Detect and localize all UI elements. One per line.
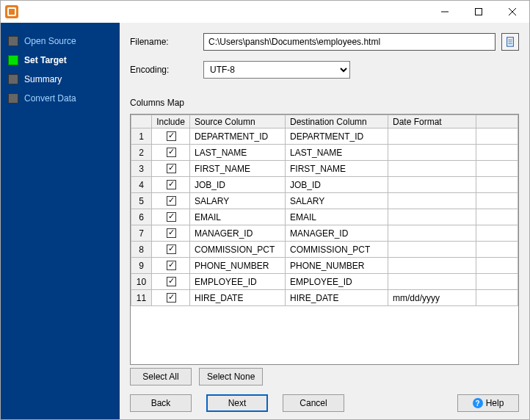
col-header-dest[interactable]: Destination Column (286, 115, 388, 128)
maximize-button[interactable] (462, 1, 495, 23)
cell-destination-column[interactable]: DEPARTMENT_ID (286, 128, 388, 145)
cell-date-format[interactable] (388, 128, 476, 145)
cell-date-format[interactable] (388, 242, 476, 258)
minimize-icon (441, 8, 449, 15)
col-header-include[interactable]: Include (152, 115, 190, 128)
cell-date-format[interactable] (388, 193, 476, 209)
table-row[interactable]: 1DEPARTMENT_IDDEPARTMENT_ID (131, 128, 518, 145)
minimize-button[interactable] (428, 1, 462, 23)
encoding-row: Encoding: UTF-8 (130, 61, 519, 79)
cell-source-column[interactable]: PHONE_NUMBER (190, 258, 286, 274)
cell-include (152, 128, 190, 145)
cell-extra (476, 161, 518, 177)
cell-source-column[interactable]: DEPARTMENT_ID (190, 128, 286, 145)
include-checkbox[interactable] (167, 245, 176, 254)
sidebar-item-summary[interactable]: Summary (1, 70, 120, 89)
close-button[interactable] (495, 1, 529, 23)
table-row[interactable]: 2LAST_NAMELAST_NAME (131, 145, 518, 161)
cell-destination-column[interactable]: JOB_ID (286, 177, 388, 193)
table-row[interactable]: 4JOB_IDJOB_ID (131, 177, 518, 193)
table-row[interactable]: 6EMAILEMAIL (131, 209, 518, 225)
table-row[interactable]: 7MANAGER_IDMANAGER_ID (131, 225, 518, 242)
cell-extra (476, 225, 518, 242)
cell-destination-column[interactable]: FIRST_NAME (286, 161, 388, 177)
cell-include (152, 209, 190, 225)
cell-source-column[interactable]: FIRST_NAME (190, 161, 286, 177)
row-number: 2 (131, 145, 152, 161)
table-row[interactable]: 5SALARYSALARY (131, 193, 518, 209)
cell-destination-column[interactable]: SALARY (286, 193, 388, 209)
cell-date-format[interactable] (388, 145, 476, 161)
include-checkbox[interactable] (167, 277, 176, 286)
close-icon (509, 8, 516, 15)
row-number: 11 (131, 290, 152, 306)
cell-date-format[interactable] (388, 225, 476, 242)
cancel-button[interactable]: Cancel (283, 394, 344, 412)
cell-source-column[interactable]: MANAGER_ID (190, 225, 286, 242)
select-all-button[interactable]: Select All (130, 368, 192, 385)
wizard-footer: Back Next Cancel ? Help (130, 394, 519, 412)
app-icon (5, 5, 18, 18)
cell-date-format[interactable] (388, 274, 476, 290)
body: Open SourceSet TargetSummaryConvert Data… (1, 23, 529, 419)
sidebar-item-set-target[interactable]: Set Target (1, 51, 120, 70)
columns-map-grid[interactable]: Include Source Column Destination Column… (130, 114, 519, 365)
help-button[interactable]: ? Help (457, 394, 519, 412)
include-checkbox[interactable] (167, 164, 176, 173)
cell-extra (476, 290, 518, 306)
table-row[interactable]: 3FIRST_NAMEFIRST_NAME (131, 161, 518, 177)
cell-source-column[interactable]: EMPLOYEE_ID (190, 274, 286, 290)
cell-extra (476, 209, 518, 225)
row-number: 9 (131, 258, 152, 274)
browse-button[interactable] (501, 33, 519, 51)
cell-date-format[interactable]: mm/dd/yyyy (388, 290, 476, 306)
include-checkbox[interactable] (167, 131, 176, 141)
table-row[interactable]: 9PHONE_NUMBERPHONE_NUMBER (131, 258, 518, 274)
cell-source-column[interactable]: SALARY (190, 193, 286, 209)
cell-source-column[interactable]: EMAIL (190, 209, 286, 225)
row-number: 8 (131, 242, 152, 258)
next-button[interactable]: Next (206, 394, 268, 412)
cell-destination-column[interactable]: PHONE_NUMBER (286, 258, 388, 274)
step-box-icon (8, 36, 18, 46)
table-row[interactable]: 8COMMISSION_PCTCOMMISSION_PCT (131, 242, 518, 258)
cell-destination-column[interactable]: COMMISSION_PCT (286, 242, 388, 258)
filename-input[interactable] (203, 33, 495, 51)
include-checkbox[interactable] (167, 180, 176, 189)
include-checkbox[interactable] (167, 196, 176, 206)
col-header-source[interactable]: Source Column (190, 115, 286, 128)
cell-date-format[interactable] (388, 209, 476, 225)
col-header-rownum[interactable] (131, 115, 152, 128)
select-none-button[interactable]: Select None (199, 368, 263, 385)
cell-date-format[interactable] (388, 161, 476, 177)
cell-source-column[interactable]: JOB_ID (190, 177, 286, 193)
cell-include (152, 145, 190, 161)
maximize-icon (475, 8, 482, 15)
cell-destination-column[interactable]: EMAIL (286, 209, 388, 225)
include-checkbox[interactable] (167, 212, 176, 222)
include-checkbox[interactable] (167, 261, 176, 270)
cell-destination-column[interactable]: EMPLOYEE_ID (286, 274, 388, 290)
sidebar-item-open-source[interactable]: Open Source (1, 32, 120, 51)
col-header-date-format[interactable]: Date Format (388, 115, 476, 128)
selection-buttons: Select All Select None (130, 368, 519, 385)
encoding-select[interactable]: UTF-8 (203, 61, 350, 79)
cell-source-column[interactable]: LAST_NAME (190, 145, 286, 161)
sidebar-item-label: Convert Data (24, 93, 76, 104)
cell-destination-column[interactable]: HIRE_DATE (286, 290, 388, 306)
include-checkbox[interactable] (167, 148, 176, 157)
titlebar (1, 1, 529, 23)
back-button[interactable]: Back (130, 394, 192, 412)
include-checkbox[interactable] (167, 293, 176, 303)
cell-date-format[interactable] (388, 258, 476, 274)
help-icon: ? (473, 398, 483, 408)
cell-source-column[interactable]: HIRE_DATE (190, 290, 286, 306)
table-row[interactable]: 10EMPLOYEE_IDEMPLOYEE_ID (131, 274, 518, 290)
table-row[interactable]: 11HIRE_DATEHIRE_DATEmm/dd/yyyy (131, 290, 518, 306)
sidebar-item-convert-data[interactable]: Convert Data (1, 89, 120, 108)
cell-source-column[interactable]: COMMISSION_PCT (190, 242, 286, 258)
include-checkbox[interactable] (167, 228, 176, 238)
cell-date-format[interactable] (388, 177, 476, 193)
cell-destination-column[interactable]: MANAGER_ID (286, 225, 388, 242)
cell-destination-column[interactable]: LAST_NAME (286, 145, 388, 161)
